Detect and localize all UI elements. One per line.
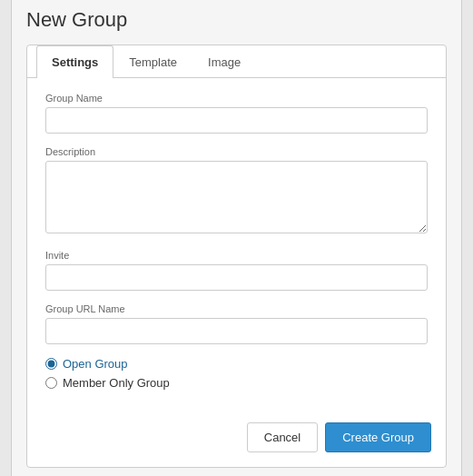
modal-footer: Cancel Create Group bbox=[27, 413, 446, 467]
radio-member-input[interactable] bbox=[45, 377, 57, 389]
radio-member-group[interactable]: Member Only Group bbox=[45, 376, 428, 390]
modal-body: Settings Template Image Group Name Descr… bbox=[26, 45, 447, 468]
group-name-field: Group Name bbox=[45, 93, 428, 134]
group-url-input[interactable] bbox=[45, 318, 428, 344]
radio-member-label: Member Only Group bbox=[63, 376, 170, 390]
tab-template[interactable]: Template bbox=[113, 45, 192, 78]
radio-open-label: Open Group bbox=[63, 357, 128, 371]
radio-open-input[interactable] bbox=[45, 358, 57, 370]
description-label: Description bbox=[45, 146, 428, 157]
tab-settings[interactable]: Settings bbox=[36, 45, 113, 78]
invite-input[interactable] bbox=[45, 264, 428, 291]
new-group-modal: New Group Settings Template Image Group … bbox=[11, 0, 462, 476]
description-field: Description bbox=[45, 146, 428, 237]
invite-label: Invite bbox=[45, 250, 428, 261]
group-url-label: Group URL Name bbox=[45, 303, 428, 314]
radio-open-group[interactable]: Open Group bbox=[45, 357, 428, 371]
group-type-radio-group: Open Group Member Only Group bbox=[45, 357, 428, 390]
tabs-bar: Settings Template Image bbox=[27, 45, 446, 78]
group-name-input[interactable] bbox=[45, 107, 428, 134]
group-url-field: Group URL Name bbox=[45, 303, 428, 344]
modal-title: New Group bbox=[26, 8, 447, 32]
create-group-button[interactable]: Create Group bbox=[325, 422, 431, 452]
settings-form: Group Name Description Invite Group URL … bbox=[27, 78, 446, 413]
group-name-label: Group Name bbox=[45, 93, 428, 104]
description-input[interactable] bbox=[45, 161, 428, 233]
tab-image[interactable]: Image bbox=[192, 45, 256, 78]
cancel-button[interactable]: Cancel bbox=[247, 422, 318, 452]
invite-field: Invite bbox=[45, 250, 428, 291]
